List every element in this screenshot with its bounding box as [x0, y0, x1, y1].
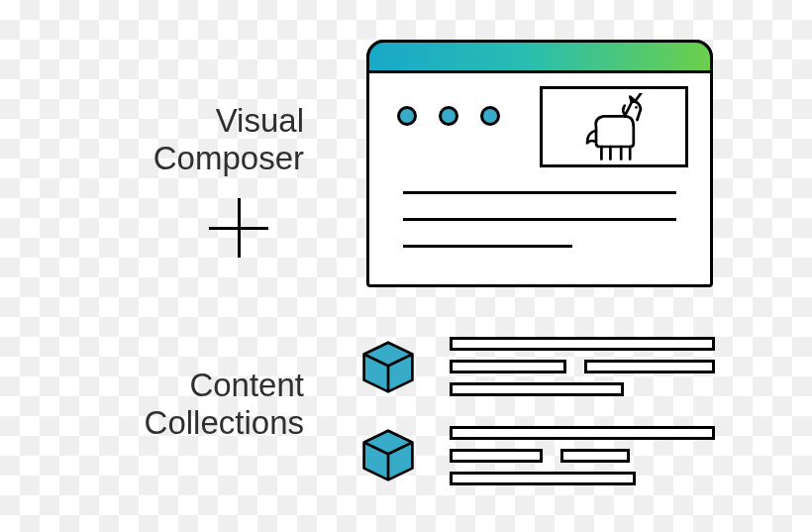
field-box	[450, 426, 715, 440]
label-line: Composer	[153, 140, 304, 176]
dot-icon	[439, 106, 458, 126]
paragraph-lines	[403, 191, 676, 248]
content-row-group	[450, 337, 715, 396]
window-titlebar	[366, 40, 713, 73]
svg-point-5	[635, 106, 638, 109]
text-line	[403, 191, 676, 194]
dot-icon	[397, 106, 417, 126]
editor-window	[366, 40, 713, 287]
text-line	[403, 218, 676, 221]
plus-icon	[209, 198, 268, 258]
content-row	[450, 360, 715, 373]
content-row	[450, 426, 715, 440]
content-row	[450, 337, 715, 351]
field-box	[584, 360, 715, 373]
window-controls	[397, 106, 500, 126]
image-placeholder	[540, 86, 688, 167]
dot-icon	[480, 106, 500, 126]
content-collections-label: Content Collections	[145, 367, 304, 442]
label-line: Visual	[216, 102, 304, 139]
label-line: Collections	[145, 404, 304, 441]
cube-icon	[360, 340, 416, 395]
text-line	[403, 245, 572, 248]
content-row	[450, 449, 715, 463]
field-box	[560, 449, 630, 463]
field-box	[450, 360, 566, 373]
content-row-group	[450, 426, 715, 485]
cube-icon	[360, 428, 416, 483]
field-box	[450, 382, 624, 396]
field-box	[450, 337, 715, 351]
svg-line-4	[636, 93, 642, 101]
unicorn-icon	[569, 93, 659, 164]
visual-composer-label: Visual Composer	[153, 102, 304, 177]
label-line: Content	[189, 367, 304, 403]
field-box	[450, 472, 636, 485]
field-box	[450, 449, 543, 463]
content-row	[450, 472, 715, 485]
content-row	[450, 382, 715, 396]
